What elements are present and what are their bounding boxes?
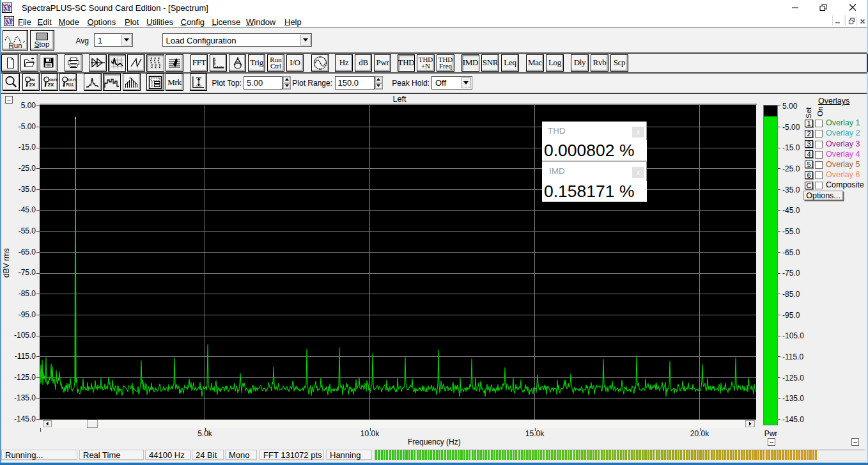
svg-text:2X: 2X — [29, 82, 36, 88]
svg-text:IN: IN — [31, 77, 35, 81]
svg-text:FULL: FULL — [66, 82, 75, 88]
svg-text:2X: 2X — [48, 82, 55, 88]
svg-text:OUT: OUT — [49, 77, 58, 81]
svg-text:OUT: OUT — [68, 77, 76, 81]
